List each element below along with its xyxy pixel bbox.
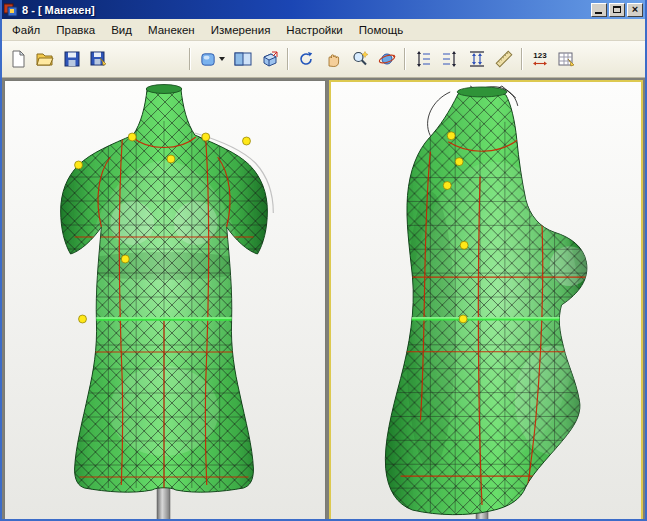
menu-mannequin[interactable]: Манекен (140, 21, 203, 39)
view-mode-button[interactable] (195, 46, 229, 72)
save-icon (63, 50, 81, 68)
maximize-button[interactable] (609, 3, 625, 17)
viewport-side[interactable] (329, 80, 643, 521)
mannequin-side (381, 87, 595, 515)
ruler-button[interactable] (491, 46, 517, 72)
neck-rim (457, 87, 507, 97)
waistline (83, 318, 246, 319)
split-view-icon (234, 50, 252, 68)
pan-button[interactable] (320, 46, 346, 72)
save-as-icon (90, 50, 108, 68)
sizes-table-icon (558, 50, 576, 68)
toolbar-separator (404, 48, 406, 70)
split-view-button[interactable] (230, 46, 256, 72)
measure-arrow-icon (532, 60, 548, 67)
close-icon: × (632, 4, 638, 15)
perspective-icon (261, 50, 279, 68)
measure-123-icon: 123 (533, 52, 546, 60)
open-icon (36, 50, 54, 68)
new-file-button[interactable] (5, 46, 31, 72)
toolbar-spacer (113, 59, 185, 60)
toolbar-separator (287, 48, 289, 70)
zoom-button[interactable] (347, 46, 373, 72)
minimize-button[interactable] (591, 3, 607, 17)
window-controls: × (591, 3, 643, 17)
sizes-table-button[interactable] (554, 46, 580, 72)
menu-settings[interactable]: Настройки (278, 21, 350, 39)
rotate-view-button[interactable] (293, 46, 319, 72)
open-file-button[interactable] (32, 46, 58, 72)
save-button[interactable] (59, 46, 85, 72)
ruler-icon (495, 50, 513, 68)
menu-file[interactable]: Файл (4, 21, 48, 39)
measure-between-icon (468, 50, 486, 68)
mannequin-front (61, 85, 268, 493)
maximize-icon (613, 6, 621, 13)
toolbar: 123 (2, 41, 645, 78)
app-icon (4, 3, 18, 17)
front-view-canvas[interactable] (5, 81, 325, 521)
perspective-button[interactable] (257, 46, 283, 72)
window-title: 8 - [ Манекен] (22, 4, 587, 16)
orbit-button[interactable] (374, 46, 400, 72)
measure-span-icon (441, 50, 459, 68)
measure-between-button[interactable] (464, 46, 490, 72)
neck-rim (146, 85, 182, 94)
minimize-icon (595, 12, 602, 14)
workspace (2, 78, 645, 521)
toolbar-separator (189, 48, 191, 70)
measure-123-button[interactable]: 123 (527, 46, 553, 72)
measure-vertical-button[interactable] (410, 46, 436, 72)
chevron-down-icon (219, 57, 225, 61)
side-view-canvas[interactable] (331, 82, 641, 521)
measure-span-button[interactable] (437, 46, 463, 72)
rotate-view-icon (297, 50, 315, 68)
titlebar[interactable]: 8 - [ Манекен] × (2, 0, 645, 19)
orbit-icon (378, 50, 396, 68)
new-icon (9, 50, 27, 68)
save-as-button[interactable] (86, 46, 112, 72)
viewport-front[interactable] (4, 80, 326, 521)
menu-edit[interactable]: Правка (48, 21, 103, 39)
toolbar-separator (521, 48, 523, 70)
menu-view[interactable]: Вид (103, 21, 140, 39)
menubar: Файл Правка Вид Манекен Измерения Настро… (2, 19, 645, 41)
pan-hand-icon (324, 50, 342, 68)
mannequin-stand (157, 483, 170, 521)
view-mode-icon (200, 51, 217, 68)
measure-vertical-icon (414, 50, 432, 68)
menu-measurements[interactable]: Измерения (203, 21, 279, 39)
menu-help[interactable]: Помощь (351, 21, 411, 39)
zoom-icon (351, 50, 369, 68)
mesh-grid (381, 89, 592, 515)
app-window: 8 - [ Манекен] × Файл Правка Вид Манекен… (0, 0, 647, 521)
close-button[interactable]: × (627, 3, 643, 17)
